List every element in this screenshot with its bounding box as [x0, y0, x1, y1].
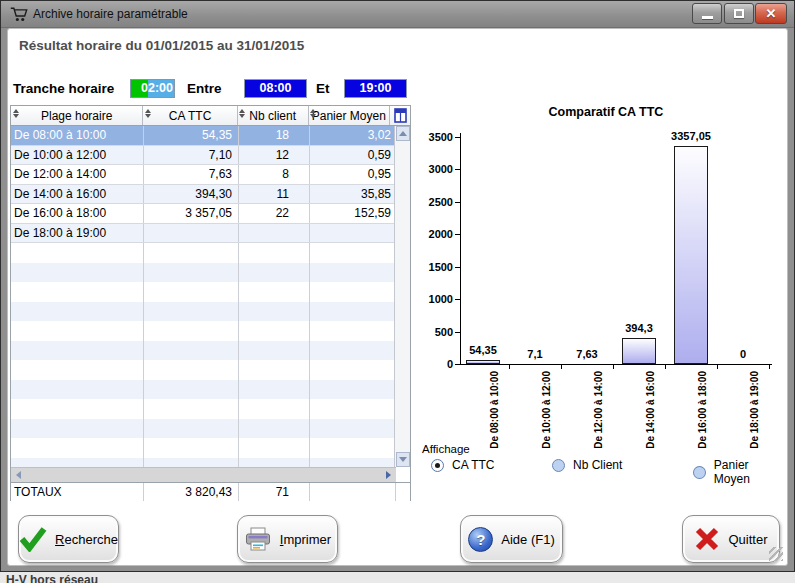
- table-row-empty[interactable]: [11, 419, 396, 439]
- header-label: CA TTC: [169, 109, 211, 123]
- table-cell: De 08:00 à 10:00: [11, 126, 144, 145]
- scroll-up-button[interactable]: [396, 126, 410, 141]
- radio-label: Panier Moyen: [714, 458, 787, 486]
- column-chooser-button[interactable]: [390, 106, 410, 125]
- table-row-empty[interactable]: [11, 399, 396, 419]
- x-tick: [769, 365, 770, 369]
- y-tick: [455, 364, 460, 365]
- table-row[interactable]: De 18:00 à 19:00: [11, 224, 396, 244]
- table-icon: [394, 108, 407, 123]
- table-cell: [11, 380, 144, 400]
- table-body: De 08:00 à 10:0054,35183,02De 10:00 à 12…: [11, 126, 396, 467]
- window-title: Archive horaire paramétrable: [33, 7, 188, 21]
- table-cell: [310, 419, 396, 439]
- y-tick-label: 3500: [416, 131, 453, 143]
- heure-debut-field[interactable]: 08:00: [244, 79, 307, 98]
- bar-chart: Comparatif CA TTC 0500100015002000250030…: [416, 97, 795, 469]
- table-cell: De 16:00 à 18:00: [11, 204, 144, 223]
- bar: [674, 146, 708, 364]
- table-cell: [11, 263, 144, 283]
- table-row-empty[interactable]: [11, 341, 396, 361]
- table-row[interactable]: De 16:00 à 18:003 357,0522152,59: [11, 204, 396, 224]
- table-cell: [239, 243, 310, 263]
- radio-panier-moyen[interactable]: Panier Moyen: [693, 458, 787, 486]
- scroll-left-button[interactable]: [11, 468, 26, 482]
- table-cell: [11, 321, 144, 341]
- table-cell: [11, 341, 144, 361]
- screen: Archive horaire paramétrable ✕ Résultat …: [0, 0, 795, 583]
- y-tick: [455, 234, 460, 235]
- minimize-button[interactable]: [692, 3, 722, 24]
- quitter-label: Quitter: [728, 532, 767, 547]
- table-row-empty[interactable]: [11, 321, 396, 341]
- table-cell: [144, 243, 239, 263]
- page-title: Résultat horaire du 01/01/2015 au 31/01/…: [19, 38, 304, 53]
- table-cell: [239, 224, 310, 243]
- table-row-empty[interactable]: [11, 282, 396, 302]
- horizontal-scrollbar[interactable]: [11, 467, 396, 482]
- printer-icon: [244, 527, 272, 552]
- table-cell: [310, 360, 396, 380]
- sort-icon: [12, 109, 19, 118]
- table-row[interactable]: De 14:00 à 16:00394,301135,85: [11, 185, 396, 205]
- radio-nb-client[interactable]: Nb Client: [552, 458, 622, 472]
- table-cell: 3 357,05: [144, 204, 239, 223]
- header-nb-client[interactable]: Nb client: [238, 106, 309, 125]
- table-cell: [144, 321, 239, 341]
- heure-fin-field[interactable]: 19:00: [344, 79, 407, 98]
- recherche-button[interactable]: Recherche: [18, 515, 119, 563]
- x-tick: [665, 365, 666, 369]
- radio-circle-icon[interactable]: [552, 459, 565, 472]
- radio-ca-ttc[interactable]: CA TTC: [431, 458, 494, 472]
- y-tick: [455, 299, 460, 300]
- table-row-empty[interactable]: [11, 243, 396, 263]
- red-x-icon: [694, 526, 720, 552]
- table-row-empty[interactable]: [11, 302, 396, 322]
- table-row-empty[interactable]: [11, 380, 396, 400]
- chart-title: Comparatif CA TTC: [416, 105, 795, 119]
- table-cell: [144, 399, 239, 419]
- maximize-button[interactable]: [724, 3, 754, 24]
- table-cell: 7,63: [144, 165, 239, 184]
- header-plage-horaire[interactable]: Plage horaire: [11, 106, 143, 125]
- quitter-button[interactable]: Quitter: [682, 515, 780, 563]
- resize-grip[interactable]: [769, 547, 783, 561]
- table-row[interactable]: De 08:00 à 10:0054,35183,02: [11, 126, 396, 146]
- table-cell: [239, 341, 310, 361]
- scroll-right-button[interactable]: [381, 468, 396, 482]
- header-panier-moyen[interactable]: Panier Moyen: [309, 106, 391, 125]
- table-cell: De 14:00 à 16:00: [11, 185, 144, 204]
- table-row[interactable]: De 10:00 à 12:007,10120,59: [11, 146, 396, 166]
- bar: [466, 360, 500, 364]
- cart-icon: [9, 6, 28, 23]
- imprimer-button[interactable]: Imprimer: [237, 515, 338, 563]
- header-ca-ttc[interactable]: CA TTC: [143, 106, 238, 125]
- aide-button[interactable]: ? Aide (F1): [460, 515, 563, 563]
- vertical-scrollbar[interactable]: [394, 126, 410, 467]
- table-cell: [144, 458, 239, 468]
- table-row-empty[interactable]: [11, 438, 396, 458]
- header-label: Panier Moyen: [312, 109, 386, 123]
- table-cell: [239, 419, 310, 439]
- x-tick: [561, 365, 562, 369]
- table-cell: [11, 438, 144, 458]
- x-tick: [717, 365, 718, 369]
- scroll-down-button[interactable]: [396, 452, 410, 467]
- tranche-horaire-label: Tranche horaire: [13, 81, 114, 96]
- table-cell: 152,59: [310, 204, 396, 223]
- y-tick-label: 2000: [416, 228, 453, 240]
- table-cell: 22: [239, 204, 310, 223]
- radio-circle-icon[interactable]: [693, 466, 706, 479]
- table-row[interactable]: De 12:00 à 14:007,6380,95: [11, 165, 396, 185]
- tranche-horaire-field[interactable]: 02:00: [130, 79, 175, 98]
- y-tick-label: 500: [416, 326, 453, 338]
- background-app-strip: H-V hors réseau: [0, 572, 795, 583]
- table-row-empty[interactable]: [11, 263, 396, 283]
- table-row-empty[interactable]: [11, 458, 396, 468]
- radio-circle-icon[interactable]: [431, 459, 444, 472]
- table-cell: 394,30: [144, 185, 239, 204]
- close-icon: ✕: [766, 7, 777, 20]
- close-button[interactable]: ✕: [755, 3, 787, 24]
- table-row-empty[interactable]: [11, 360, 396, 380]
- table-cell: 0,95: [310, 165, 396, 184]
